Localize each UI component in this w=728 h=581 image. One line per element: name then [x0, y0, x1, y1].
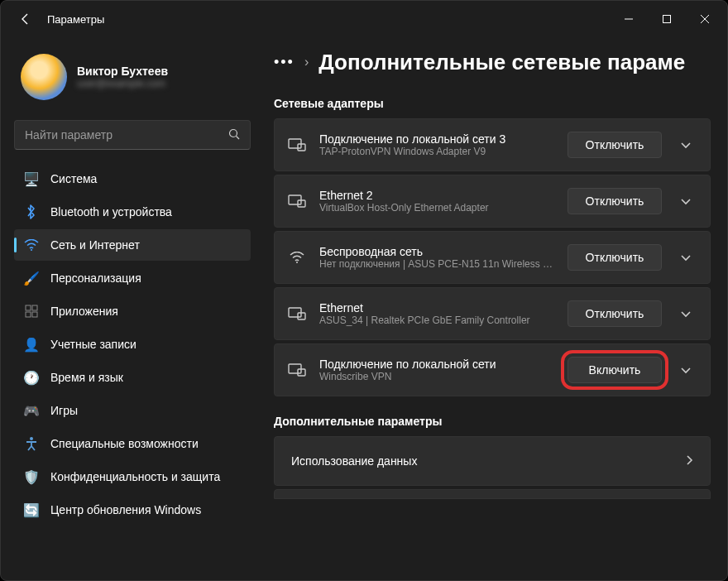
nav-icon: 🖥️: [24, 171, 39, 186]
nav-item-0[interactable]: 🖥️Система: [14, 163, 251, 194]
adapter-name: Беспроводная сеть: [319, 245, 556, 258]
maximize-button[interactable]: [648, 6, 686, 32]
breadcrumb-more-icon[interactable]: •••: [274, 54, 295, 71]
adapter-desc: Нет подключения | ASUS PCE-N15 11n Wirel…: [319, 258, 556, 270]
svg-point-6: [31, 249, 32, 251]
adapter-toggle-button[interactable]: Включить: [568, 357, 662, 383]
adapter-desc: ASUS_34 | Realtek PCIe GbE Family Contro…: [319, 315, 556, 326]
nav-label: Учетные записи: [50, 338, 136, 351]
nav-icon: [24, 238, 39, 252]
nav-label: Игры: [50, 404, 78, 417]
profile-section[interactable]: Виктор Бухтеев user@example.com: [14, 47, 251, 113]
nav-item-1[interactable]: Bluetooth и устройства: [14, 196, 251, 228]
profile-name: Виктор Бухтеев: [77, 65, 168, 78]
nav-item-6[interactable]: 🕐Время и язык: [14, 362, 251, 393]
chevron-down-icon[interactable]: [673, 308, 698, 320]
nav-icon: [24, 436, 39, 451]
nav-item-9[interactable]: 🛡️Конфиденциальность и защита: [14, 461, 251, 492]
partial-card: [274, 489, 711, 499]
ethernet-icon: [286, 137, 308, 152]
search-icon: [228, 128, 240, 142]
adapter-info: Ethernet 2 VirtualBox Host-Only Ethernet…: [319, 189, 556, 214]
adapter-desc: Windscribe VPN: [319, 371, 556, 382]
window-title: Параметры: [47, 13, 104, 26]
nav-item-10[interactable]: 🔄Центр обновления Windows: [14, 494, 251, 526]
svg-rect-9: [26, 312, 31, 317]
nav-icon: [24, 204, 39, 219]
section-additional-title: Дополнительные параметры: [274, 415, 711, 428]
main-panel: ••• › Дополнительные сетевые параме Сете…: [257, 37, 727, 580]
nav-icon: 🎮: [24, 403, 39, 418]
chevron-down-icon[interactable]: [673, 252, 698, 264]
param-label: Использование данных: [291, 454, 687, 468]
svg-rect-8: [32, 305, 37, 310]
nav-label: Приложения: [50, 305, 118, 318]
minimize-button[interactable]: [610, 6, 648, 32]
nav-item-3[interactable]: 🖌️Персонализация: [14, 262, 251, 294]
svg-point-4: [230, 129, 237, 137]
chevron-down-icon[interactable]: [673, 139, 698, 151]
svg-rect-7: [26, 305, 31, 310]
ethernet-icon: [286, 194, 308, 209]
adapter-list: Подключение по локальной сети 3 TAP-Prot…: [274, 118, 711, 396]
window-controls: [610, 6, 724, 32]
avatar: [21, 54, 67, 100]
adapter-desc: VirtualBox Host-Only Ethernet Adapter: [319, 202, 556, 214]
profile-email: user@example.com: [77, 78, 168, 89]
svg-point-11: [30, 437, 33, 440]
adapter-info: Подключение по локальной сети 3 TAP-Prot…: [319, 132, 556, 157]
adapter-desc: TAP-ProtonVPN Windows Adapter V9: [319, 146, 556, 157]
adapter-name: Подключение по локальной сети: [319, 358, 556, 371]
page-title: Дополнительные сетевые параме: [318, 50, 685, 75]
adapter-info: Подключение по локальной сети Windscribe…: [319, 358, 556, 382]
adapter-toggle-button[interactable]: Отключить: [568, 132, 662, 158]
nav-item-8[interactable]: Специальные возможности: [14, 428, 251, 459]
svg-rect-10: [32, 312, 37, 317]
ethernet-icon: [286, 306, 308, 321]
param-item[interactable]: Использование данных: [274, 436, 711, 486]
profile-info: Виктор Бухтеев user@example.com: [77, 65, 168, 89]
nav-icon: 🖌️: [24, 271, 39, 286]
breadcrumb-separator-icon: ›: [304, 55, 309, 70]
nav-item-7[interactable]: 🎮Игры: [14, 395, 251, 426]
nav-label: Персонализация: [50, 271, 141, 285]
svg-line-5: [237, 136, 240, 139]
nav-icon: 🔄: [24, 502, 39, 517]
nav-icon: 🕐: [24, 370, 39, 385]
adapter-info: Беспроводная сеть Нет подключения | ASUS…: [319, 245, 556, 270]
params-list: Использование данных: [274, 436, 711, 486]
adapter-card: Беспроводная сеть Нет подключения | ASUS…: [274, 231, 711, 284]
nav-label: Центр обновления Windows: [50, 503, 201, 516]
close-button[interactable]: [686, 6, 724, 32]
settings-window: Параметры Виктор Бухтеев user@example.co…: [0, 0, 728, 581]
nav-item-5[interactable]: 👤Учетные записи: [14, 329, 251, 360]
nav-label: Специальные возможности: [50, 437, 199, 450]
adapter-toggle-button[interactable]: Отключить: [568, 188, 662, 214]
nav-item-2[interactable]: Сеть и Интернет: [14, 229, 251, 261]
nav-label: Система: [50, 172, 97, 185]
breadcrumb: ••• › Дополнительные сетевые параме: [274, 37, 711, 87]
nav-label: Время и язык: [50, 371, 123, 384]
nav-label: Сеть и Интернет: [50, 238, 140, 252]
ethernet-icon: [286, 363, 308, 377]
adapter-card: Ethernet ASUS_34 | Realtek PCIe GbE Fami…: [274, 287, 711, 340]
adapter-info: Ethernet ASUS_34 | Realtek PCIe GbE Fami…: [319, 301, 556, 326]
adapter-card: Ethernet 2 VirtualBox Host-Only Ethernet…: [274, 175, 711, 228]
nav-icon: [24, 304, 39, 319]
back-button[interactable]: [11, 4, 41, 34]
sidebar: Виктор Бухтеев user@example.com 🖥️Систем…: [1, 37, 257, 580]
ethernet-icon: [286, 252, 308, 263]
nav-item-4[interactable]: Приложения: [14, 295, 251, 327]
adapter-toggle-button[interactable]: Отключить: [568, 244, 662, 271]
adapter-toggle-button[interactable]: Отключить: [568, 300, 662, 327]
search-box[interactable]: [14, 120, 251, 150]
adapter-name: Подключение по локальной сети 3: [319, 132, 556, 146]
svg-point-16: [296, 262, 298, 263]
svg-rect-1: [663, 16, 671, 23]
search-input[interactable]: [25, 128, 228, 142]
section-adapters-title: Сетевые адаптеры: [274, 97, 711, 110]
chevron-down-icon[interactable]: [673, 364, 698, 377]
nav-label: Bluetooth и устройства: [50, 205, 172, 218]
chevron-down-icon[interactable]: [673, 195, 698, 208]
nav-list: 🖥️СистемаBluetooth и устройстваСеть и Ин…: [14, 163, 251, 526]
